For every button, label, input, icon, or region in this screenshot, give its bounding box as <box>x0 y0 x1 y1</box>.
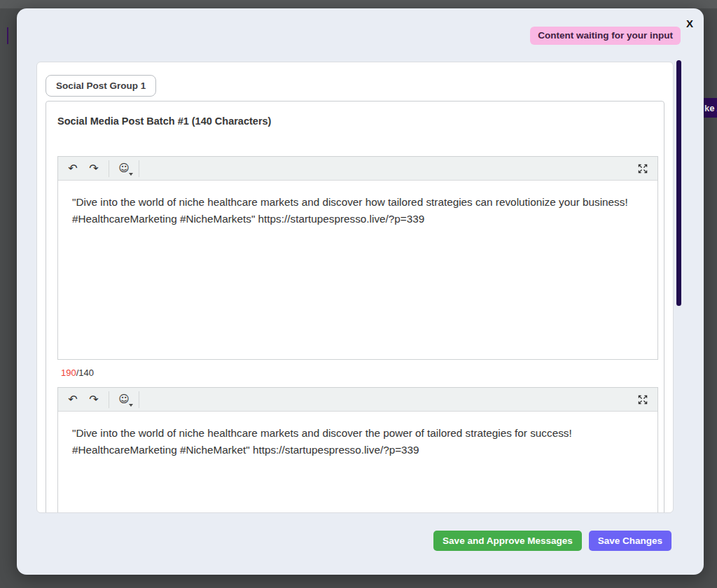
emoji-button[interactable]: ☺ <box>113 390 134 410</box>
toolbar-separator <box>139 160 139 177</box>
undo-button[interactable]: ↶ <box>62 159 83 178</box>
caret-down-icon <box>129 173 133 176</box>
undo-button[interactable]: ↶ <box>62 390 83 410</box>
character-counter: 190/140 <box>61 368 664 378</box>
rich-text-editor-2: ↶ ↷ ☺ <box>57 387 658 513</box>
background-partial-button-label: ke A <box>704 103 717 113</box>
post-batch-panel: Social Media Post Batch #1 (140 Characte… <box>46 101 664 513</box>
content-card: Social Post Group 1 Social Media Post Ba… <box>36 62 674 513</box>
toolbar-separator <box>109 391 109 408</box>
toolbar-separator <box>109 160 109 177</box>
toolbar-separator <box>139 391 139 408</box>
status-badge: Content waiting for your input <box>530 27 681 45</box>
redo-button[interactable]: ↷ <box>83 159 104 178</box>
modal-footer: Save and Approve Messages Save Changes <box>433 531 671 551</box>
maximize-icon <box>637 394 648 405</box>
redo-icon: ↷ <box>89 394 98 405</box>
undo-icon: ↶ <box>68 163 77 174</box>
editor-1-textarea[interactable]: "Dive into the world of niche healthcare… <box>58 181 657 359</box>
scrollbar-thumb[interactable] <box>676 60 681 306</box>
caret-down-icon <box>129 404 133 407</box>
close-button[interactable]: X <box>686 18 693 29</box>
editor-2-toolbar: ↶ ↷ ☺ <box>58 388 657 412</box>
undo-icon: ↶ <box>68 394 77 405</box>
panel-title: Social Media Post Batch #1 (140 Characte… <box>57 115 664 127</box>
maximize-button[interactable] <box>632 159 653 178</box>
editor-2-textarea[interactable]: "Dive into the world of niche healthcare… <box>58 412 657 513</box>
redo-button[interactable]: ↷ <box>83 390 104 410</box>
rich-text-editor-1: ↶ ↷ ☺ <box>57 156 658 360</box>
emoji-icon: ☺ <box>118 163 130 174</box>
emoji-button[interactable]: ☺ <box>113 159 134 178</box>
background-text-cursor <box>7 27 8 44</box>
char-count-limit: /140 <box>76 368 94 378</box>
save-and-approve-button[interactable]: Save and Approve Messages <box>433 531 582 551</box>
emoji-icon: ☺ <box>118 394 130 405</box>
redo-icon: ↷ <box>89 163 98 174</box>
editor-1-toolbar: ↶ ↷ ☺ <box>58 157 657 181</box>
background-top-strip <box>0 0 717 8</box>
maximize-icon <box>637 163 648 174</box>
save-changes-button[interactable]: Save Changes <box>589 531 671 551</box>
char-count-current: 190 <box>61 368 76 378</box>
tab-social-post-group-1[interactable]: Social Post Group 1 <box>46 75 156 97</box>
background-partial-button[interactable]: ke A <box>703 98 717 118</box>
maximize-button[interactable] <box>632 390 653 410</box>
modal: X Content waiting for your input Social … <box>17 8 704 575</box>
